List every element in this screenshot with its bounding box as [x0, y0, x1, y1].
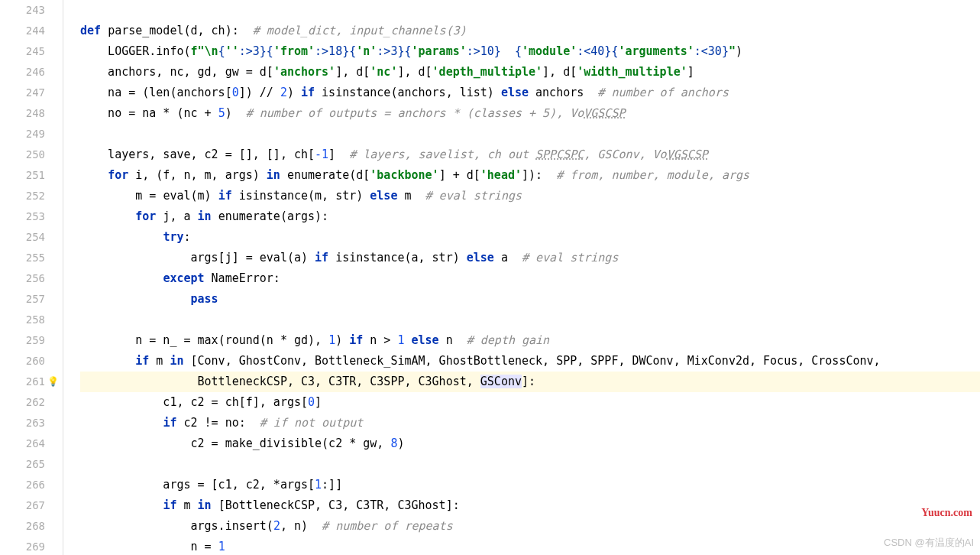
code-line[interactable]: n = 1	[80, 537, 980, 555]
line-number: 255	[0, 248, 45, 268]
code-token: 1	[218, 540, 225, 553]
code-token: VGSCSP	[667, 148, 708, 161]
code-token: isinstance	[239, 189, 308, 203]
code-token: , GSConv, Vo	[584, 148, 666, 161]
code-token: isinstance	[335, 251, 404, 265]
code-token: str	[335, 189, 356, 203]
code-token: if	[135, 354, 156, 368]
code-line[interactable]: m = eval(m) if isinstance(m, str) else m…	[80, 186, 980, 206]
code-token: :]]	[322, 478, 342, 492]
line-number: 265	[0, 454, 45, 475]
code-line[interactable]: args[j] = eval(a) if isinstance(a, str) …	[80, 248, 980, 268]
code-token: ]	[315, 395, 322, 409]
code-token: ]:	[522, 375, 535, 388]
code-line[interactable]: na = (len(anchors[0]) // 2) if isinstanc…	[80, 83, 980, 103]
code-token: (anchors[	[170, 86, 231, 99]
code-line[interactable]: args = [c1, c2, *args[1:]]	[80, 475, 980, 495]
code-token: 0	[308, 395, 315, 409]
code-token: )	[356, 189, 370, 203]
code-token: 'anchors'	[273, 65, 335, 79]
code-token: m	[404, 189, 425, 203]
code-token: in	[198, 209, 218, 223]
code-area[interactable]: def parse_model(d, ch): # model_dict, in…	[80, 0, 980, 555]
code-token: :<40}{	[577, 44, 618, 58]
code-token: (args):	[280, 209, 328, 223]
code-token: layers, save, c2 = [], [], ch[	[80, 148, 315, 161]
code-token: :>3}{	[239, 44, 273, 58]
code-line[interactable]: c2 = make_divisible(c2 * gw, 8)	[80, 433, 980, 454]
code-line[interactable]: anchors, nc, gd, gw = d['anchors'], d['n…	[80, 62, 980, 83]
code-token: ], d[	[397, 65, 432, 79]
code-token: i, (f, n, m, args)	[135, 168, 267, 182]
code-line[interactable]: except NameError:	[80, 268, 980, 289]
code-token: ]	[687, 65, 694, 79]
code-line[interactable]: BottleneckCSP, C3, C3TR, C3SPP, C3Ghost,…	[80, 372, 980, 392]
code-token: "	[729, 44, 736, 58]
code-token: ''	[225, 44, 239, 58]
line-number: 257	[0, 289, 45, 310]
code-token: if	[301, 86, 322, 99]
line-number: 261	[0, 372, 45, 392]
code-line[interactable]: for i, (f, n, m, args) in enumerate(d['b…	[80, 165, 980, 186]
code-token: anchors, nc, gd, gw = d[	[80, 65, 273, 79]
code-token: 1	[315, 478, 322, 492]
code-token: 5	[218, 106, 225, 120]
code-token: in	[198, 498, 218, 512]
code-line[interactable]: try:	[80, 227, 980, 248]
code-token: (anchors,	[390, 86, 459, 99]
code-token: except	[163, 271, 211, 285]
code-line[interactable]: n = n_ = max(round(n * gd), 1) if n > 1 …	[80, 330, 980, 351]
code-token: else	[501, 86, 535, 99]
line-number: 243	[0, 0, 45, 21]
code-line[interactable]	[80, 310, 980, 330]
code-token	[80, 498, 163, 512]
code-token	[80, 209, 135, 223]
code-token: 'head'	[480, 168, 522, 182]
code-line[interactable]: layers, save, c2 = [], [], ch[-1] # laye…	[80, 144, 980, 165]
code-token: m	[183, 498, 197, 512]
code-line[interactable]: def parse_model(d, ch): # model_dict, in…	[80, 21, 980, 41]
code-line[interactable]: LOGGER.info(f"\n{'':>3}{'from':>18}{'n':…	[80, 41, 980, 62]
line-number: 258	[0, 310, 45, 330]
code-token: ] + d[	[439, 168, 480, 182]
code-token: (d[	[349, 168, 370, 182]
line-number: 263	[0, 413, 45, 433]
code-token: BottleneckCSP, C3, C3TR, C3SPP, C3Ghost,	[80, 375, 480, 388]
code-line[interactable]: c1, c2 = ch[f], args[0]	[80, 392, 980, 413]
code-token: anchors	[535, 86, 597, 99]
watermark-csdn: CSDN @有温度的AI	[884, 532, 974, 553]
code-token: {	[515, 44, 522, 58]
code-line[interactable]: if m in [Conv, GhostConv, Bottleneck_Sim…	[80, 351, 980, 372]
code-token: 'from'	[273, 44, 315, 58]
code-line[interactable]	[80, 124, 980, 144]
code-token: )	[287, 86, 301, 99]
code-token: # depth gain	[467, 333, 549, 347]
code-token: list	[460, 86, 487, 99]
line-number: 260	[0, 351, 45, 372]
code-line[interactable]: if m in [BottleneckCSP, C3, C3TR, C3Ghos…	[80, 495, 980, 516]
code-token: # number of repeats	[322, 519, 453, 533]
code-token: 'nc'	[370, 65, 397, 79]
code-token: :<30}	[694, 44, 729, 58]
code-token: 'module'	[522, 44, 577, 58]
code-line[interactable]	[80, 454, 980, 475]
code-token: a	[501, 251, 522, 265]
code-token: ], d[	[335, 65, 370, 79]
code-token: ]) //	[239, 86, 280, 99]
code-line[interactable]: if c2 != no: # if not output	[80, 413, 980, 433]
code-line[interactable]: no = na * (nc + 5) # number of outputs =…	[80, 103, 980, 124]
code-token	[501, 44, 515, 58]
code-token: round	[225, 333, 260, 347]
code-token: in	[267, 168, 287, 182]
line-number-gutter: 2432442452462472482492502512522532542552…	[0, 0, 57, 555]
code-token: :>10}	[467, 44, 501, 58]
code-token: n	[446, 333, 467, 347]
code-line[interactable]: args.insert(2, n) # number of repeats	[80, 516, 980, 537]
code-line[interactable]: for j, a in enumerate(args):	[80, 206, 980, 227]
line-number: 259	[0, 330, 45, 351]
code-token	[80, 271, 163, 285]
code-line[interactable]: pass	[80, 289, 980, 310]
code-line[interactable]	[80, 0, 980, 21]
code-token: # layers, savelist, ch out	[349, 148, 535, 161]
code-editor[interactable]: 2432442452462472482492502512522532542552…	[0, 0, 980, 555]
